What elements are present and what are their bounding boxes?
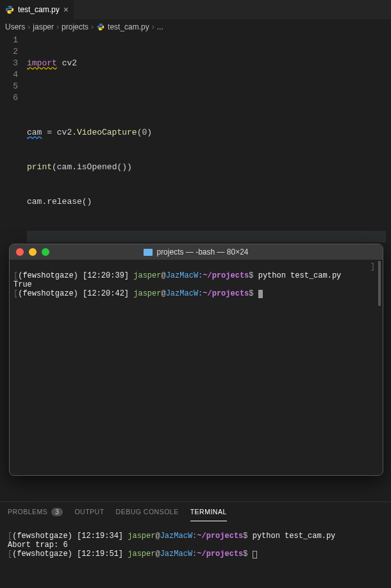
breadcrumb-item[interactable]: ... <box>157 22 163 31</box>
close-icon[interactable]: × <box>63 4 69 15</box>
tab-debug-console[interactable]: DEBUG CONSOLE <box>116 508 179 516</box>
terminal-cursor <box>258 290 263 298</box>
panel-tabs: PROBLEMS 3 OUTPUT DEBUG CONSOLE TERMINAL <box>0 502 391 521</box>
tab-terminal[interactable]: TERMINAL <box>190 502 227 521</box>
problems-count-badge: 3 <box>51 508 63 516</box>
breadcrumb-item[interactable]: test_cam.py <box>108 22 149 31</box>
chevron-right-icon: › <box>91 22 94 31</box>
traffic-lights <box>10 248 49 256</box>
line-number-gutter: 1 2 3 4 5 6 <box>0 35 27 265</box>
integrated-terminal[interactable]: [(fewshotgaze) [12:19:34] jasper@JazMacW… <box>0 521 391 569</box>
macos-terminal-window[interactable]: projects — -bash — 80×24 [(fewshotgaze) … <box>9 244 383 476</box>
scrollbar-track[interactable] <box>378 261 381 306</box>
bottom-panel: PROBLEMS 3 OUTPUT DEBUG CONSOLE TERMINAL… <box>0 501 391 588</box>
terminal-body[interactable]: [(fewshotgaze) [12:20:39] jasper@JazMacW… <box>10 260 383 475</box>
tab-problems[interactable]: PROBLEMS 3 <box>8 508 63 516</box>
chevron-right-icon: › <box>152 22 154 31</box>
editor-tab[interactable]: test_cam.py × <box>0 0 74 19</box>
breadcrumb-item[interactable]: Users <box>5 22 25 31</box>
minimize-window-icon[interactable] <box>29 248 37 256</box>
editor-tab-bar: test_cam.py × <box>0 0 391 19</box>
terminal-titlebar[interactable]: projects — -bash — 80×24 <box>10 244 383 260</box>
folder-icon <box>144 249 153 256</box>
maximize-window-icon[interactable] <box>42 248 49 256</box>
chevron-right-icon: › <box>56 22 59 31</box>
python-icon <box>5 5 14 14</box>
code-editor[interactable]: 1 2 3 4 5 6 import cv2 cam = cv2.VideoCa… <box>0 35 391 265</box>
chevron-right-icon: › <box>28 22 30 31</box>
terminal-cursor <box>253 551 257 559</box>
close-window-icon[interactable] <box>16 248 24 256</box>
terminal-title: projects — -bash — 80×24 <box>10 248 383 256</box>
breadcrumb-item[interactable]: projects <box>62 22 88 31</box>
tab-output[interactable]: OUTPUT <box>74 508 104 516</box>
breadcrumb-item[interactable]: jasper <box>33 22 54 31</box>
breadcrumb: Users › jasper › projects › test_cam.py … <box>0 19 391 35</box>
code-content[interactable]: import cv2 cam = cv2.VideoCapture(0) pri… <box>27 35 386 265</box>
python-icon <box>96 22 105 31</box>
tab-filename: test_cam.py <box>18 5 60 14</box>
